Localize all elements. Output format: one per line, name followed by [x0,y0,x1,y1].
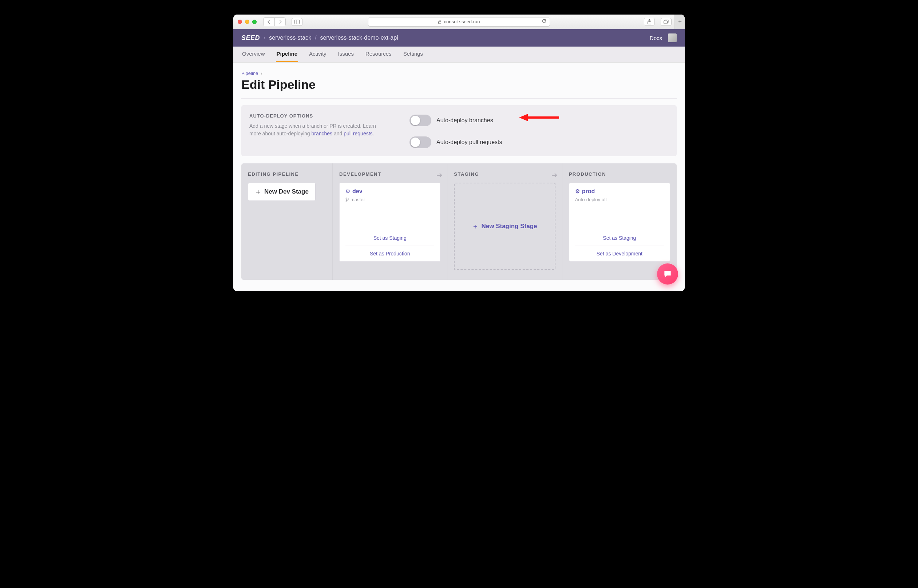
auto-deploy-pr-toggle[interactable] [409,136,432,148]
divider [241,98,677,99]
prod-stage-name[interactable]: prod [582,188,595,195]
branch-icon [346,197,349,202]
dev-stage-name[interactable]: dev [352,188,362,195]
docs-link[interactable]: Docs [650,35,662,41]
svg-rect-0 [295,19,299,24]
chat-button[interactable] [657,263,678,284]
back-button[interactable] [263,18,275,26]
editing-heading: EDITING PIPELINE [248,171,326,177]
gear-icon[interactable]: ⚙ [575,188,580,195]
address-bar[interactable]: console.seed.run [368,17,550,27]
editing-column: EDITING PIPELINE ＋ New Dev Stage [241,163,332,280]
development-column: DEVELOPMENT ➔ ⚙ dev master Set as Stagin… [332,163,447,280]
page-title: Edit Pipeline [241,78,677,92]
plus-icon: ＋ [472,222,478,231]
main-content: Pipeline / Edit Pipeline AUTO-DEPLOY OPT… [233,63,685,291]
development-heading: DEVELOPMENT [339,171,440,177]
forward-button[interactable] [275,18,285,26]
tab-overview[interactable]: Overview [241,46,266,62]
chevron-right-icon: › [263,35,265,41]
tab-nav: Overview Pipeline Activity Issues Resour… [233,47,685,63]
breadcrumb-project[interactable]: serverless-stack-demo-ext-api [320,35,398,41]
auto-deploy-branches-toggle[interactable] [409,115,432,126]
maximize-window-button[interactable] [252,19,257,24]
dev-set-staging-button[interactable]: Set as Staging [346,230,434,246]
pipeline-grid: EDITING PIPELINE ＋ New Dev Stage DEVELOP… [241,163,677,280]
staging-column: STAGING ➔ ＋ New Staging Stage [447,163,562,280]
traffic-lights [238,19,257,24]
options-description: Add a new stage when a branch or PR is c… [249,122,388,137]
auto-deploy-branches-label: Auto-deploy branches [436,117,493,124]
svg-marker-7 [519,114,528,121]
new-staging-stage-button[interactable]: ＋ New Staging Stage [454,183,555,270]
prod-set-development-button[interactable]: Set as Development [575,246,664,261]
tab-activity[interactable]: Activity [308,46,327,62]
tab-pipeline[interactable]: Pipeline [276,46,299,62]
prod-set-staging-button[interactable]: Set as Staging [575,230,664,246]
svg-point-9 [346,200,347,202]
arrow-right-icon: ➔ [436,171,443,179]
chat-icon [663,269,672,279]
close-window-button[interactable] [238,19,242,24]
options-heading: AUTO-DEPLOY OPTIONS [249,113,388,119]
breadcrumb-separator: / [315,35,316,41]
sidebar-toggle-button[interactable] [292,18,302,26]
new-dev-stage-button[interactable]: ＋ New Dev Stage [248,183,315,201]
arrow-right-icon: ➔ [551,171,558,179]
production-heading: PRODUCTION [569,171,670,177]
auto-deploy-pr-label: Auto-deploy pull requests [436,139,502,145]
header-breadcrumb: › serverless-stack / serverless-stack-de… [263,35,398,41]
breadcrumb: Pipeline / [241,71,677,76]
breadcrumb-org[interactable]: serverless-stack [269,35,311,41]
gear-icon[interactable]: ⚙ [346,188,350,195]
url-text: console.seed.run [444,19,480,24]
tabs-button[interactable] [661,18,672,26]
breadcrumb-pipeline[interactable]: Pipeline [241,71,258,76]
svg-rect-5 [664,21,667,24]
dev-stage-card: ⚙ dev master Set as Staging Set as Produ… [339,183,440,262]
minimize-window-button[interactable] [245,19,249,24]
dev-set-production-button[interactable]: Set as Production [346,246,434,261]
staging-heading: STAGING [454,171,555,177]
nav-buttons [263,18,286,26]
tab-issues[interactable]: Issues [338,46,354,62]
plus-icon: ＋ [255,187,261,196]
logo[interactable]: SEED [241,34,260,42]
browser-window: console.seed.run ＋ SEED › serverless-sta… [233,15,685,291]
production-column: PRODUCTION ⚙ prod Auto-deploy off Set as… [562,163,677,280]
avatar[interactable] [668,34,677,42]
auto-deploy-options-panel: AUTO-DEPLOY OPTIONS Add a new stage when… [241,105,677,156]
prod-stage-card: ⚙ prod Auto-deploy off Set as Staging Se… [569,183,670,262]
tab-settings[interactable]: Settings [402,46,424,62]
browser-titlebar: console.seed.run ＋ [233,15,685,29]
annotation-arrow [519,113,559,122]
pull-requests-link[interactable]: pull requests [344,131,372,136]
lock-icon [438,19,441,24]
app-header: SEED › serverless-stack / serverless-sta… [233,29,685,47]
new-tab-button[interactable]: ＋ [674,15,685,29]
tab-resources[interactable]: Resources [365,46,393,62]
branches-link[interactable]: branches [311,131,332,136]
svg-point-10 [347,198,349,199]
dev-branch: master [346,197,434,207]
svg-rect-2 [439,21,441,24]
svg-point-8 [346,197,347,199]
prod-sub: Auto-deploy off [575,197,664,207]
reload-icon[interactable] [541,19,547,25]
share-button[interactable] [644,18,655,26]
